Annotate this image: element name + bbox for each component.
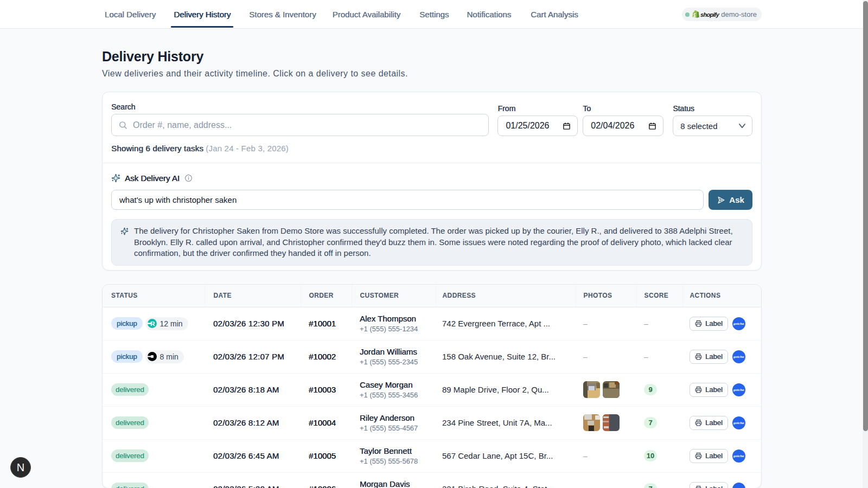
svg-text:R: R — [150, 320, 155, 327]
